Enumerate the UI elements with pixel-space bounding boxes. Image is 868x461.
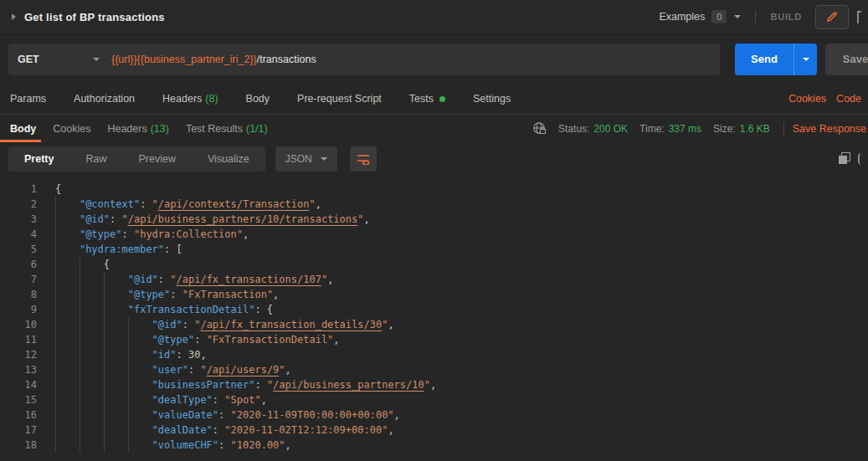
code-text: "dealType": "Spot",	[37, 392, 267, 407]
json-token: 30	[188, 349, 200, 361]
code-text: "@type": "FxTransaction",	[37, 287, 279, 302]
code-text: "@type": "FxTransactionDetail",	[37, 332, 340, 347]
save-label: Save	[843, 53, 868, 65]
line-number: 8	[0, 287, 37, 302]
view-tab-visualize[interactable]: Visualize	[192, 146, 265, 172]
wrap-text-icon	[357, 153, 370, 165]
line-number: 14	[0, 377, 37, 392]
indent-guide	[104, 272, 105, 453]
json-token: "	[152, 198, 158, 210]
line-number: 6	[0, 257, 37, 272]
json-token: ,	[285, 364, 291, 376]
code-link[interactable]: Code	[836, 93, 861, 105]
json-token: "@id"	[80, 213, 110, 225]
wrap-lines-button[interactable]	[350, 146, 377, 172]
code-line: 5 "hydra:member": [	[0, 242, 868, 257]
view-tab-pretty[interactable]: Pretty	[8, 146, 69, 172]
json-token: ,	[430, 379, 436, 391]
chevron-right-icon[interactable]	[12, 13, 16, 20]
json-link[interactable]: /api/users/9	[207, 364, 280, 376]
code-line: 1{	[0, 182, 868, 197]
json-token: "FxTransactionDetail"	[207, 334, 334, 346]
json-token: ,	[261, 394, 267, 406]
request-tab-pre-request-script[interactable]: Pre-request Script	[297, 93, 382, 105]
json-token: :	[170, 289, 182, 300]
postman-app: { "topbar": { "title": "Get list of BP t…	[0, 0, 868, 461]
network-globe-icon[interactable]	[532, 121, 547, 136]
request-tab-headers[interactable]: Headers(8)	[162, 93, 218, 105]
response-tab-test-results[interactable]: Test Results(1/1)	[177, 115, 276, 142]
request-tabs: ParamsAuthorizationHeaders(8)BodyPre-req…	[0, 84, 868, 115]
save-button[interactable]: Save	[825, 44, 868, 75]
copy-icon[interactable]	[839, 152, 851, 165]
response-tabs: BodyCookiesHeaders(13)Test Results(1/1)	[0, 115, 276, 142]
save-response-button[interactable]: Save Response	[793, 123, 866, 135]
format-select[interactable]: JSON	[275, 146, 337, 172]
code-line: 13 "user": "/api/users/9",	[0, 362, 868, 377]
json-token: :	[110, 213, 121, 225]
json-token: :	[140, 198, 152, 210]
request-tab-authorization[interactable]: Authorization	[74, 93, 135, 105]
line-number: 1	[0, 182, 37, 197]
json-token: "	[200, 364, 206, 376]
send-label[interactable]: Send	[735, 44, 794, 75]
code-line: 9 "fxTransactionDetail": {	[0, 302, 868, 317]
view-tab-raw[interactable]: Raw	[69, 146, 122, 172]
request-tabs-links: Cookies Code	[788, 93, 861, 105]
request-tab-tests[interactable]: Tests	[409, 93, 445, 105]
examples-dropdown-label[interactable]: Examples	[659, 11, 705, 23]
send-button[interactable]: Send	[735, 44, 817, 75]
build-label: BUILD	[770, 12, 802, 22]
line-number: 5	[0, 242, 37, 257]
json-link[interactable]: /api/fx_transactions/107	[177, 274, 321, 285]
json-link[interactable]: /api/business_partners/10	[273, 379, 424, 391]
url-input[interactable]: {{url}}{{business_partner_iri_2}}/transa…	[111, 54, 316, 65]
view-tab-preview[interactable]: Preview	[122, 146, 191, 172]
request-tab-body[interactable]: Body	[246, 93, 270, 105]
tab-label: Body	[246, 93, 270, 105]
json-link[interactable]: /api/contexts/Transaction	[158, 198, 310, 210]
request-tab-settings[interactable]: Settings	[473, 93, 511, 105]
line-number: 9	[0, 302, 37, 317]
json-token: : {	[254, 304, 273, 315]
json-token: ,	[388, 424, 393, 436]
code-line: 2 "@context": "/api/contexts/Transaction…	[0, 197, 868, 212]
divider	[755, 10, 756, 23]
response-tab-cookies[interactable]: Cookies	[44, 115, 99, 142]
json-token: "user"	[152, 364, 188, 376]
code-text: "valueDate": "2020-11-09T00:00:00+00:00"…	[37, 407, 400, 423]
comment-icon[interactable]	[857, 11, 861, 23]
chevron-down-icon[interactable]	[734, 15, 741, 18]
time-value: 337 ms	[669, 123, 701, 135]
json-token: ,	[316, 198, 321, 210]
tab-label: Authorization	[74, 93, 135, 105]
cookies-link[interactable]: Cookies	[788, 93, 826, 105]
response-body-json[interactable]: 1{2 "@context": "/api/contexts/Transacti…	[0, 175, 868, 461]
response-header: BodyCookiesHeaders(13)Test Results(1/1) …	[0, 115, 868, 142]
code-text: "fxTransactionDetail": {	[37, 302, 273, 317]
json-token: :	[218, 409, 230, 421]
json-token: {	[104, 259, 110, 270]
method-label: GET	[18, 54, 39, 65]
json-token: "	[309, 198, 315, 210]
json-token: "@context"	[80, 198, 140, 210]
response-tab-body[interactable]: Body	[0, 115, 44, 142]
edit-mode-button[interactable]	[815, 5, 849, 29]
request-tab-params[interactable]: Params	[10, 93, 46, 105]
method-select[interactable]: GET	[8, 54, 111, 65]
json-token: "	[121, 213, 127, 225]
search-icon[interactable]	[858, 153, 861, 165]
line-number: 13	[0, 362, 37, 377]
json-token: "	[424, 379, 430, 391]
json-link[interactable]: /api/fx_transaction_details/30	[200, 319, 382, 330]
json-token: "dealDate"	[152, 424, 213, 436]
indent-guide	[80, 257, 80, 453]
json-token: ,	[364, 213, 370, 225]
json-token: "	[170, 274, 176, 285]
chevron-down-icon	[803, 58, 809, 61]
request-tabs-list: ParamsAuthorizationHeaders(8)BodyPre-req…	[10, 93, 538, 105]
response-tab-headers[interactable]: Headers(13)	[99, 115, 177, 142]
title-bar-actions: Examples 0 BUILD	[659, 5, 861, 29]
send-options-button[interactable]	[794, 44, 817, 75]
json-link[interactable]: /api/business_partners/10/transactions	[128, 213, 358, 225]
